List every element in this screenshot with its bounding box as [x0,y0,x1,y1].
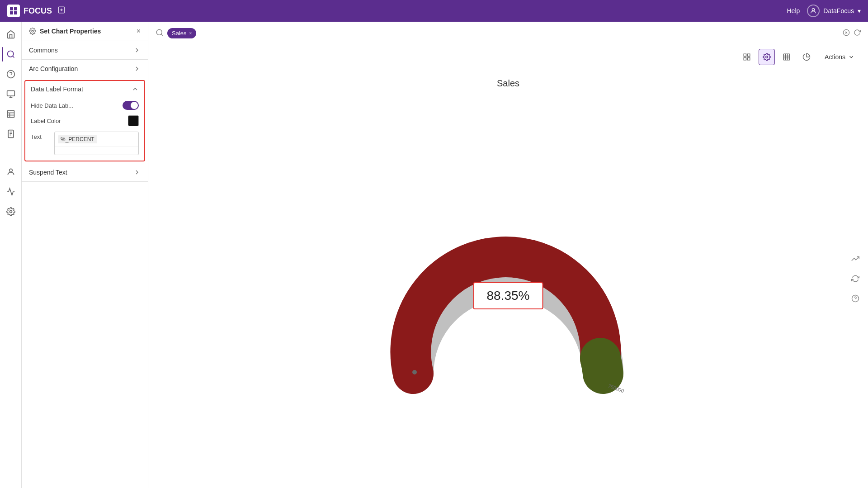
search-tag-close-icon[interactable]: × [189,31,192,36]
trend-icon[interactable] [848,251,863,266]
analytics-icon-item[interactable] [2,183,20,201]
commons-section-header[interactable]: Commons [22,41,148,59]
grid-toolbar-icon[interactable] [778,49,795,65]
text-input-area: %_PERCENT [55,132,138,147]
main-content: Sales × A [148,22,868,488]
user-chevron-icon: ▾ [858,7,861,14]
text-input-container[interactable]: %_PERCENT [54,132,139,155]
monitor-icon-item[interactable] [2,85,20,103]
arc-config-label: Arc Configuration [29,65,78,72]
svg-point-24 [9,211,12,213]
svg-rect-32 [748,54,750,56]
svg-rect-36 [783,54,790,60]
svg-rect-1 [14,7,17,10]
svg-rect-31 [744,54,746,56]
chart-type-toolbar-icon[interactable] [798,49,815,65]
app-name: FOCUS [24,6,52,16]
icon-bar [0,22,22,488]
settings-toolbar-icon[interactable] [759,49,775,65]
label-color-swatch[interactable] [128,115,139,126]
suspend-text-section: Suspend Text [22,163,148,182]
user-menu[interactable]: DataFocus ▾ [807,5,861,17]
user-name: DataFocus [823,7,854,14]
search-icon [156,28,164,38]
commons-label: Commons [29,47,58,54]
text-tag: %_PERCENT [58,135,97,143]
table-icon-item[interactable] [2,105,20,123]
right-panel-icons [848,251,863,306]
svg-point-35 [766,56,768,58]
search-refresh-icon[interactable] [854,29,861,38]
hide-data-label-toggle[interactable] [123,101,139,110]
label-color-text: Label Color [31,118,61,124]
label-color-row: Label Color [31,115,139,126]
actions-chevron-icon [848,54,854,60]
actions-button[interactable]: Actions [818,51,861,63]
gauge-start-dot [412,370,417,374]
search-clear-icon[interactable] [843,29,850,38]
bookmark-icon[interactable] [57,6,66,16]
side-panel-header: Set Chart Properties × [22,22,148,41]
nav-left: FOCUS [7,5,66,17]
svg-rect-12 [7,91,14,96]
chart-toolbar: Actions [148,45,868,69]
layout-toolbar-icon[interactable] [739,49,755,65]
svg-point-25 [32,30,33,32]
svg-rect-2 [10,11,13,14]
help-link[interactable]: Help [787,7,800,14]
gauge-secondary-arc [600,358,603,374]
logo-icon [7,5,20,17]
user-avatar [807,5,820,17]
data-label-format-header[interactable]: Data Label Format [25,81,144,97]
text-row: Text %_PERCENT [31,132,139,155]
svg-line-9 [12,56,14,58]
data-label-chevron-icon [132,85,139,93]
commons-section: Commons [22,41,148,60]
sync-icon[interactable] [848,271,863,286]
arc-config-header[interactable]: Arc Configuration [22,60,148,78]
user-icon-item[interactable] [2,163,20,181]
data-label-format-section: Data Label Format Hide Data Lab... Label… [24,80,145,161]
text-label: Text [31,133,49,140]
data-label-format-content: Hide Data Lab... Label Color Text %_PERC… [25,97,144,161]
side-panel-title: Set Chart Properties [29,28,101,35]
svg-point-7 [812,9,815,11]
suspend-text-chevron-icon [133,169,141,176]
arc-config-chevron-icon [133,65,141,72]
svg-rect-3 [14,11,17,14]
hide-data-label-row: Hide Data Lab... [31,101,139,110]
chart-value: 88.35% [487,289,530,303]
svg-point-26 [156,29,162,35]
svg-rect-0 [10,7,13,10]
svg-point-23 [9,169,12,172]
settings-icon-item[interactable] [2,203,20,221]
suspend-text-label: Suspend Text [29,169,67,176]
svg-rect-15 [7,111,14,118]
svg-line-27 [161,34,162,35]
hide-data-label-text: Hide Data Lab... [31,102,73,109]
gauge-container: 750000 88.35% [350,152,666,423]
main-layout: Set Chart Properties × Commons Arc Confi… [0,22,868,488]
gauge-main-arc [410,257,600,374]
chart-value-box: 88.35% [473,282,543,309]
home-icon-item[interactable] [2,25,20,43]
commons-chevron-icon [133,47,141,54]
svg-rect-33 [744,58,746,60]
close-button[interactable]: × [137,27,141,35]
top-navigation: FOCUS Help DataFocus ▾ [0,0,868,22]
svg-point-8 [7,51,13,57]
chart-title: Sales [497,78,519,89]
nav-right: Help DataFocus ▾ [787,5,861,17]
help-circle-icon[interactable] [848,291,863,306]
app-logo: FOCUS [7,5,52,17]
search-tag[interactable]: Sales × [167,28,196,38]
question-icon-item[interactable] [2,65,20,83]
actions-label: Actions [825,53,845,61]
suspend-text-header[interactable]: Suspend Text [22,163,148,181]
search-bar: Sales × [148,22,868,45]
doc-icon-item[interactable] [2,125,20,143]
arc-config-section: Arc Configuration [22,60,148,78]
search-icon-item[interactable] [2,45,20,63]
data-label-format-label: Data Label Format [31,85,83,93]
search-tag-label: Sales [172,30,187,37]
